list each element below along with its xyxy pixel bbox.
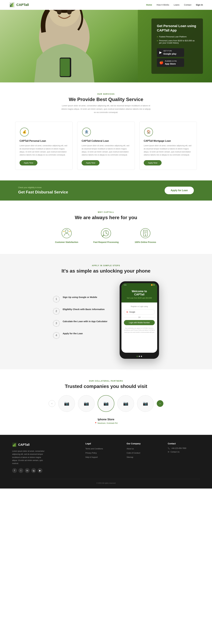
services-desc: Lorem ipsum dolor sit amet, consectetur … bbox=[61, 104, 151, 114]
or-divider: OR bbox=[124, 316, 155, 318]
satisfaction-icon: ★ ★ bbox=[61, 228, 72, 238]
processing-icon bbox=[101, 228, 111, 238]
step-title-2: Eligiblity Check with Basic Information bbox=[63, 308, 105, 310]
cta-sub: Check your eligibility to know bbox=[18, 186, 68, 188]
google-g-icon: G bbox=[126, 311, 128, 313]
svg-rect-1 bbox=[10, 5, 11, 7]
cta-left: Check your eligibility to know Get Fast … bbox=[18, 186, 68, 194]
location-pin-icon: 📍 bbox=[95, 422, 97, 424]
partners-tag: Our Collateral Partners bbox=[12, 380, 200, 382]
partner-item-2: 📷 bbox=[78, 395, 95, 412]
step-text-1: Sign Up using Google or Mobile bbox=[63, 296, 97, 299]
phone-google-btn[interactable]: G Google bbox=[124, 310, 155, 314]
partner-item-3: 📷 bbox=[98, 395, 114, 412]
nav-contact[interactable]: Contact bbox=[184, 4, 191, 6]
instagram-icon[interactable]: ig bbox=[31, 468, 36, 473]
footer-sitemap-link[interactable]: Sitemap bbox=[127, 456, 133, 458]
logo-icon bbox=[9, 2, 15, 8]
mortgage-loan-icon: 🏠 bbox=[144, 127, 153, 137]
features-row: ★ ★ Customer Statisfaction Fast Request … bbox=[12, 228, 200, 243]
dot-3 bbox=[141, 356, 142, 357]
facebook-icon[interactable]: f bbox=[12, 468, 17, 473]
footer-help-link[interactable]: Help & Support bbox=[85, 456, 98, 458]
steps-list: 1 Sign Up using Google or Mobile 2 Eligi… bbox=[53, 296, 111, 344]
services-section: OUR SERVICES We Provide Best Quality Ser… bbox=[0, 82, 212, 180]
footer-contact-title: Contact bbox=[168, 442, 200, 445]
svg-point-26 bbox=[140, 228, 150, 238]
step-title-4: Apply for the Loan bbox=[63, 332, 83, 335]
svg-text:★: ★ bbox=[63, 230, 65, 232]
nav-home[interactable]: Home bbox=[146, 4, 152, 6]
hero-card: Get Personal Loan using CAPTall App Fast… bbox=[151, 18, 203, 74]
footer-contact-us: ✉ Contact Us bbox=[168, 451, 200, 453]
footer: CAPTall Lorem ipsum dolor sit amet, cons… bbox=[0, 435, 212, 488]
twitter-icon[interactable]: t bbox=[19, 468, 23, 473]
youtube-icon[interactable]: ▶ bbox=[38, 468, 42, 473]
partner-icon-5: 📷 bbox=[143, 401, 148, 406]
mortgage-loan-title: CAPTall Mortgage Loan bbox=[144, 140, 192, 142]
footer-brand-desc: Lorem ipsum dolor sit amet, consectetur … bbox=[12, 450, 46, 465]
svg-text:💰: 💰 bbox=[23, 130, 27, 134]
social-icons: f t in ig ▶ bbox=[12, 468, 76, 473]
step-title-1: Sign Up using Google or Mobile bbox=[63, 296, 97, 298]
partner-icon-4: 📷 bbox=[123, 401, 128, 406]
partner-item-5: 📷 bbox=[137, 395, 154, 412]
step-text-3: Calculate the Loan with in App Calculato… bbox=[63, 320, 107, 323]
svg-text:🏦: 🏦 bbox=[85, 130, 89, 134]
app-store-btn[interactable]: 🍎 Available on the App Store bbox=[157, 58, 184, 67]
phone-welcome: Welcome to CAPTall bbox=[124, 290, 155, 296]
footer-conduct-link[interactable]: Code of Conduct bbox=[127, 452, 140, 454]
personal-loan-icon: 💰 bbox=[20, 127, 29, 137]
cta-banner: Check your eligibility to know Get Fast … bbox=[0, 180, 212, 200]
nav-how-it-works[interactable]: How It Works bbox=[157, 4, 169, 6]
personal-loan-apply-btn[interactable]: Apply Now bbox=[20, 160, 37, 166]
svg-point-31 bbox=[145, 234, 146, 236]
hero-bullet-2: Personal Loans from $100 to $10,000 as p… bbox=[157, 39, 197, 44]
partners-section: Our Collateral Partners Trusted companie… bbox=[0, 369, 212, 435]
phone-icon: 📞 bbox=[168, 447, 170, 449]
phone-status-bar: 9:41📶 🔋 bbox=[121, 283, 157, 287]
collateral-loan-apply-btn[interactable]: Apply Now bbox=[82, 160, 99, 166]
mortgage-loan-desc: Lorem ipsum dolor sit amet, consectetur … bbox=[144, 144, 192, 156]
svg-rect-9 bbox=[60, 58, 70, 76]
partner-item-4: 📷 bbox=[117, 395, 134, 412]
footer-terms-link[interactable]: Terms and Conditions bbox=[85, 448, 103, 450]
collateral-loan-title: CAPTall Colleteral Loan bbox=[82, 140, 130, 142]
step-num-4: 4 bbox=[53, 332, 60, 339]
email-icon: ✉ bbox=[168, 451, 169, 453]
footer-about-link[interactable]: About us bbox=[127, 448, 134, 450]
carousel-prev-btn[interactable]: ‹ bbox=[49, 400, 55, 407]
linkedin-icon[interactable]: in bbox=[25, 468, 30, 473]
signin-button[interactable]: Sign In bbox=[196, 4, 203, 6]
step-1: 1 Sign Up using Google or Mobile bbox=[53, 296, 111, 302]
svg-rect-33 bbox=[13, 445, 14, 446]
google-play-btn[interactable]: ▶ GET IT ON Google play bbox=[157, 48, 184, 57]
phone-mockup: 9:41📶 🔋 Welcome to CAPTall Get Loan from… bbox=[120, 281, 159, 359]
service-cards: 💰 CAPTall Personal Loan Lorem ipsum dolo… bbox=[12, 122, 200, 170]
svg-rect-2 bbox=[11, 4, 12, 7]
svg-rect-34 bbox=[14, 444, 15, 446]
phone-disclaimer: By continuing, you agree to CAPTall's Te… bbox=[124, 327, 155, 334]
step-2: 2 Eligiblity Check with Basic Informatio… bbox=[53, 308, 111, 314]
logo[interactable]: CAPTall bbox=[9, 2, 29, 8]
google-play-icon: ▶ bbox=[159, 50, 162, 54]
footer-contact-link[interactable]: Contact Us bbox=[170, 451, 179, 453]
footer-company-title: Our Company bbox=[127, 442, 159, 445]
navbar: CAPTall Home How It Works Loans Contact … bbox=[0, 0, 212, 10]
dot-1 bbox=[137, 356, 138, 357]
partner-item-1: 📷 bbox=[58, 395, 75, 412]
footer-phone: 📞 +44-123-456-7890 bbox=[168, 447, 200, 449]
cta-title: Get Fast Disbursal Service bbox=[18, 190, 68, 194]
footer-company: Our Company About us Code of Conduct Sit… bbox=[127, 442, 159, 473]
partner-location: 📍 Newtown, Kotobabi Rd bbox=[12, 422, 200, 424]
mortgage-loan-apply-btn[interactable]: Apply Now bbox=[144, 160, 162, 166]
nav-loans[interactable]: Loans bbox=[174, 4, 179, 6]
why-title: We are always here for you bbox=[12, 215, 200, 220]
footer-privacy-link[interactable]: Privacy Policy bbox=[85, 452, 97, 454]
carousel-next-btn[interactable]: › bbox=[157, 400, 163, 407]
mobile-login-btn[interactable]: Login with Mobile Number bbox=[124, 320, 155, 325]
footer-logo-icon bbox=[12, 442, 17, 447]
partner-name: Iphone Store bbox=[12, 418, 200, 421]
hero-section: Get Personal Loan using CAPTall App Fast… bbox=[0, 10, 212, 82]
apply-for-loan-button[interactable]: Apply for Loan bbox=[165, 187, 194, 194]
